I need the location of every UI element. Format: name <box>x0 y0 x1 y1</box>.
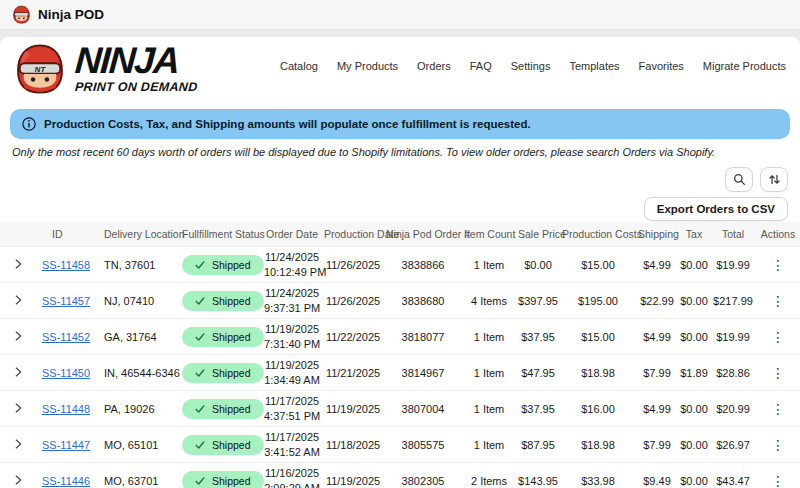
total-cell: $217.99 <box>710 283 756 319</box>
shipping-cell: $4.99 <box>636 391 678 427</box>
nav-item-orders[interactable]: Orders <box>417 60 451 72</box>
production-costs-cell: $15.00 <box>560 247 636 283</box>
column-header-delivery-location: Delivery Location <box>98 222 180 247</box>
kebab-menu-icon[interactable]: ⋮ <box>771 401 785 417</box>
nav-item-favorites[interactable]: Favorites <box>639 60 684 72</box>
status-label: Shipped <box>212 475 251 487</box>
item-count-cell: 1 Item <box>462 247 516 283</box>
delivery-location-cell: IN, 46544-6346 <box>98 355 180 391</box>
column-header-production-date: Production Date <box>322 222 384 247</box>
delivery-location-cell: MO, 63701 <box>98 463 180 488</box>
brand-logo: NT NINJA PRINT ON DEMAND <box>14 43 198 95</box>
nav-item-settings[interactable]: Settings <box>511 60 551 72</box>
delivery-location-cell: MO, 65101 <box>98 427 180 463</box>
kebab-menu-icon[interactable]: ⋮ <box>771 293 785 309</box>
order-id-cell: SS-11458 <box>36 247 98 283</box>
chevron-right-icon[interactable] <box>11 293 25 307</box>
table-row: SS-11448 PA, 19026 Shipped 11/17/2025 4:… <box>0 391 800 427</box>
topbar: Ninja POD <box>0 0 800 30</box>
order-id-cell: SS-11450 <box>36 355 98 391</box>
fulfillment-status-cell: Shipped <box>180 247 262 283</box>
search-icon <box>733 173 746 186</box>
production-date-cell: 11/21/2025 <box>322 355 384 391</box>
status-label: Shipped <box>212 295 251 307</box>
kebab-menu-icon[interactable]: ⋮ <box>771 329 785 345</box>
total-cell: $19.99 <box>710 247 756 283</box>
order-id-link[interactable]: SS-11458 <box>42 259 90 271</box>
chevron-right-icon[interactable] <box>11 401 25 415</box>
total-cell: $43.47 <box>710 463 756 488</box>
table-row: SS-11450 IN, 46544-6346 Shipped 11/19/20… <box>0 355 800 391</box>
fulfillment-status-cell: Shipped <box>180 319 262 355</box>
table-row: SS-11457 NJ, 07410 Shipped 11/24/2025 9:… <box>0 283 800 319</box>
sale-price-cell: $0.00 <box>516 247 560 283</box>
chevron-right-icon[interactable] <box>11 257 25 271</box>
export-orders-csv-button[interactable]: Export Orders to CSV <box>644 197 788 221</box>
sale-price-cell: $143.95 <box>516 463 560 488</box>
sort-button[interactable] <box>760 167 788 192</box>
table-row: SS-11452 GA, 31764 Shipped 11/19/2025 7:… <box>0 319 800 355</box>
production-date-cell: 11/22/2025 <box>322 319 384 355</box>
order-id-link[interactable]: SS-11450 <box>42 367 90 379</box>
chevron-right-icon[interactable] <box>11 329 25 343</box>
order-date-cell: 11/17/2025 3:41:52 AM <box>262 427 322 463</box>
order-id-link[interactable]: SS-11457 <box>42 295 90 307</box>
shipping-cell: $9.49 <box>636 463 678 488</box>
orders-table-body: SS-11458 TN, 37601 Shipped 11/24/2025 10… <box>0 247 800 488</box>
total-cell: $19.99 <box>710 319 756 355</box>
ninja-pod-order-cell: 3807004 <box>384 391 462 427</box>
total-cell: $26.97 <box>710 427 756 463</box>
ninja-pod-app-icon <box>12 5 31 24</box>
production-date-cell: 11/19/2025 <box>322 463 384 488</box>
status-badge: Shipped <box>182 363 264 383</box>
column-header-sale-price: Sale Price <box>516 222 560 247</box>
item-count-cell: 2 Items <box>462 463 516 488</box>
order-id-link[interactable]: SS-11446 <box>42 475 90 487</box>
column-header-actions: Actions <box>756 222 800 247</box>
nav-item-templates[interactable]: Templates <box>569 60 619 72</box>
tax-cell: $0.00 <box>678 427 710 463</box>
order-date-cell: 11/16/2025 2:09:29 AM <box>262 463 322 488</box>
status-label: Shipped <box>212 403 251 415</box>
order-date-cell: 11/19/2025 7:31:40 PM <box>262 319 322 355</box>
column-header-tax: Tax <box>678 222 710 247</box>
delivery-location-cell: TN, 37601 <box>98 247 180 283</box>
order-date: 11/16/2025 <box>264 466 320 480</box>
order-id-link[interactable]: SS-11452 <box>42 331 90 343</box>
ninja-pod-order-cell: 3814967 <box>384 355 462 391</box>
search-button[interactable] <box>725 167 753 192</box>
order-date: 11/24/2025 <box>264 250 320 264</box>
production-date-cell: 11/26/2025 <box>322 247 384 283</box>
order-date-cell: 11/24/2025 9:37:31 PM <box>262 283 322 319</box>
ninja-pod-order-cell: 3838680 <box>384 283 462 319</box>
chevron-right-icon[interactable] <box>11 437 25 451</box>
total-cell: $28.86 <box>710 355 756 391</box>
item-count-cell: 1 Item <box>462 355 516 391</box>
tax-cell: $0.00 <box>678 247 710 283</box>
order-id-cell: SS-11446 <box>36 463 98 488</box>
shipping-cell: $4.99 <box>636 319 678 355</box>
chevron-right-icon[interactable] <box>11 473 25 487</box>
kebab-menu-icon[interactable]: ⋮ <box>771 473 785 488</box>
sale-price-cell: $37.95 <box>516 319 560 355</box>
check-icon <box>195 368 205 378</box>
nav-item-my-products[interactable]: My Products <box>337 60 398 72</box>
chevron-right-icon[interactable] <box>11 365 25 379</box>
order-id-cell: SS-11452 <box>36 319 98 355</box>
nav-item-faq[interactable]: FAQ <box>470 60 492 72</box>
kebab-menu-icon[interactable]: ⋮ <box>771 365 785 381</box>
nav-item-migrate-products[interactable]: Migrate Products <box>703 60 786 72</box>
kebab-menu-icon[interactable]: ⋮ <box>771 257 785 273</box>
production-date-cell: 11/19/2025 <box>322 391 384 427</box>
tax-cell: $1.89 <box>678 355 710 391</box>
order-id-link[interactable]: SS-11448 <box>42 403 90 415</box>
production-date-cell: 11/18/2025 <box>322 427 384 463</box>
expand-cell <box>0 247 36 283</box>
nav-item-catalog[interactable]: Catalog <box>280 60 318 72</box>
production-costs-cell: $195.00 <box>560 283 636 319</box>
order-id-link[interactable]: SS-11447 <box>42 439 90 451</box>
kebab-menu-icon[interactable]: ⋮ <box>771 437 785 453</box>
production-costs-cell: $16.00 <box>560 391 636 427</box>
column-header-fullfillment-status: Fullfillment Status <box>180 222 262 247</box>
order-date: 11/17/2025 <box>264 430 320 444</box>
